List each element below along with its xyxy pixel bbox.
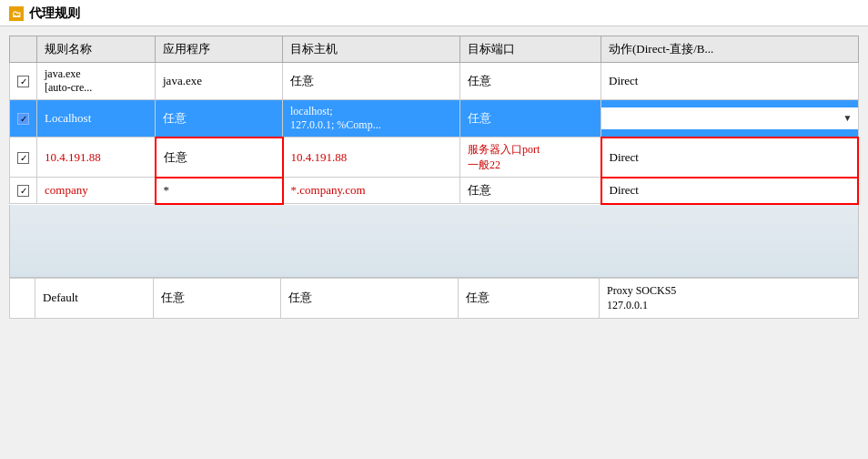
action-company: Direct xyxy=(601,178,859,204)
rule-name-10-4: 10.4.191.88 xyxy=(37,138,156,178)
default-row: Default 任意 任意 任意 Proxy SOCKS5127.0.0.1 xyxy=(10,278,859,319)
window-title: 代理规则 xyxy=(29,5,80,22)
port-localhost: 任意 xyxy=(460,100,601,138)
host-localhost: localhost;127.0.0.1; %Comp... xyxy=(283,100,460,138)
proxy-table: 规则名称 应用程序 目标主机 目标端口 动作(Direct-直接/B... ja… xyxy=(9,36,859,205)
col-header-app: 应用程序 xyxy=(156,36,283,63)
default-checkbox-cell xyxy=(10,278,35,319)
default-host: 任意 xyxy=(281,278,459,319)
rule-name-company: company xyxy=(37,178,156,204)
action-java: Direct xyxy=(601,63,859,100)
col-header-name: 规则名称 xyxy=(37,36,156,63)
row-checkbox-java[interactable] xyxy=(10,63,37,100)
host-10-4: 10.4.191.88 xyxy=(283,138,460,178)
checkbox-10-4[interactable] xyxy=(17,152,29,164)
default-port: 任意 xyxy=(459,278,600,319)
port-10-4: 服务器入口port一般22 xyxy=(460,138,601,178)
app-java: java.exe xyxy=(156,63,283,100)
port-company: 任意 xyxy=(460,178,601,204)
content-area: 规则名称 应用程序 目标主机 目标端口 动作(Direct-直接/B... ja… xyxy=(0,26,868,459)
host-company: *.company.com xyxy=(283,178,460,204)
default-table: Default 任意 任意 任意 Proxy SOCKS5127.0.0.1 xyxy=(9,278,859,320)
window-icon: 🗂 xyxy=(9,6,24,21)
default-app: 任意 xyxy=(154,278,281,319)
table-row[interactable]: 10.4.191.88 任意 10.4.191.88 服务器入口port一般22… xyxy=(10,138,859,178)
action-value-localhost: Direct xyxy=(607,111,636,126)
blurred-rows xyxy=(9,205,859,278)
default-action-text: Proxy SOCKS5127.0.0.1 xyxy=(607,284,676,312)
table-row[interactable]: java.exe[auto-cre... java.exe 任意 任意 Dire… xyxy=(10,63,859,100)
port-annotation-10-4: 服务器入口port一般22 xyxy=(468,143,540,171)
table-row[interactable]: Localhost 任意 localhost;127.0.0.1; %Comp.… xyxy=(10,100,859,138)
app-10-4: 任意 xyxy=(156,138,283,178)
app-company: * xyxy=(156,178,283,204)
action-localhost[interactable]: Direct ▼ xyxy=(601,100,859,138)
row-checkbox-10-4[interactable] xyxy=(10,138,37,178)
row-checkbox-company[interactable] xyxy=(10,178,37,204)
default-name: Default xyxy=(35,278,154,319)
action-10-4: Direct xyxy=(601,138,859,178)
row-checkbox-localhost[interactable] xyxy=(10,100,37,138)
table-row[interactable]: company * *.company.com 任意 Direct xyxy=(10,178,859,204)
dropdown-arrow-icon[interactable]: ▼ xyxy=(843,113,853,123)
title-bar: 🗂 代理规则 xyxy=(0,0,868,26)
checkbox-localhost[interactable] xyxy=(17,113,29,125)
port-java: 任意 xyxy=(460,63,601,100)
checkbox-company[interactable] xyxy=(17,185,29,197)
col-header-host: 目标主机 xyxy=(283,36,460,63)
proxy-rules-window: 🗂 代理规则 规则名称 应用程序 目标主机 目标端口 动作(Direc xyxy=(0,0,868,459)
rule-name-localhost: Localhost xyxy=(37,100,156,138)
rule-name-java: java.exe[auto-cre... xyxy=(37,63,156,100)
col-header-action: 动作(Direct-直接/B... xyxy=(601,36,859,63)
checkbox-java[interactable] xyxy=(17,76,29,87)
table-header-row: 规则名称 应用程序 目标主机 目标端口 动作(Direct-直接/B... xyxy=(10,36,859,63)
default-action: Proxy SOCKS5127.0.0.1 xyxy=(600,278,859,319)
app-localhost: 任意 xyxy=(156,100,283,138)
host-java: 任意 xyxy=(283,63,460,100)
action-dropdown-localhost[interactable]: Direct ▼ xyxy=(601,107,858,129)
checkbox-header xyxy=(10,36,37,63)
col-header-port: 目标端口 xyxy=(460,36,601,63)
